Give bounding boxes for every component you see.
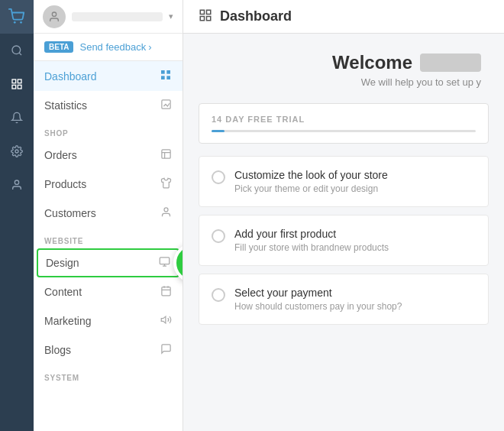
sidebar-item-statistics[interactable]: Statistics [34,91,183,120]
avatar [43,5,66,28]
products-label: Products [44,178,86,190]
trial-progress-fill [212,130,225,132]
checklist-item-payment[interactable]: Select your payment How should customers… [199,274,489,325]
main-content: Dashboard Welcome We will help you to se… [183,0,504,431]
svg-rect-10 [161,70,165,74]
svg-rect-6 [12,85,16,89]
svg-point-8 [15,180,18,184]
trial-progress-bar [212,130,476,132]
chevron-down-icon: ▾ [169,11,173,21]
design-wrapper: Design ✓ [34,248,183,277]
nav-bell-icon[interactable] [0,101,34,134]
sidebar-item-marketing[interactable]: Marketing [34,306,183,335]
svg-rect-12 [166,76,170,79]
orders-icon [160,148,172,162]
sidebar-header[interactable]: ▾ [34,0,183,34]
sidebar-item-content[interactable]: Content [34,277,183,306]
username-blur [420,53,481,72]
svg-rect-20 [207,10,211,14]
nav-person-icon[interactable] [0,168,34,202]
checklist-item-product[interactable]: Add your first product Fill your store w… [199,215,489,266]
main-header: Dashboard [183,0,504,34]
svg-point-9 [52,12,56,16]
checklist-item-customize[interactable]: Customize the look of your store Pick yo… [199,156,489,207]
icon-bar [0,0,34,431]
svg-rect-3 [12,79,16,83]
svg-point-2 [12,46,21,54]
trial-bar: 14 DAY FREE TRIAL [199,103,489,144]
svg-rect-13 [161,76,165,79]
checklist-text-1: Customize the look of your store Pick yo… [234,169,388,194]
cart-icon [8,8,25,25]
customers-label: Customers [44,207,96,219]
checklist-title-3: Select your payment [234,287,402,299]
trial-label: 14 DAY FREE TRIAL [212,115,476,124]
user-name-blur [72,12,163,21]
checklist-circle-2 [212,229,225,243]
checklist-circle-1 [212,170,225,184]
welcome-section: Welcome We will help you to set up y [199,52,489,88]
customers-icon [160,206,172,220]
content-icon [160,285,172,299]
app-logo[interactable] [0,0,34,34]
welcome-subtitle: We will help you to set up y [199,76,481,88]
sidebar-item-design[interactable]: Design [37,248,179,277]
section-label-shop: SHOP [34,120,183,141]
statistics-icon [160,99,172,112]
marketing-label: Marketing [44,315,91,327]
svg-rect-22 [200,16,204,20]
svg-rect-19 [200,10,204,14]
svg-rect-17 [160,258,170,264]
header-grid-icon [199,8,212,25]
design-icon [159,256,170,270]
svg-point-16 [164,208,168,212]
dashboard-icon [160,69,172,83]
beta-badge: BETA [44,41,73,53]
statistics-label: Statistics [44,99,87,112]
products-icon [160,177,172,191]
design-label: Design [46,257,79,269]
nav-search-icon[interactable] [0,34,34,67]
checklist-sub-1: Pick your theme or edit your design [234,183,388,194]
sidebar: ▾ BETA Send feedback › Dashboard Statist… [34,0,183,431]
orders-label: Orders [44,149,77,161]
svg-point-0 [14,21,16,24]
checklist-title-1: Customize the look of your store [234,169,388,181]
svg-point-7 [15,150,18,153]
blogs-icon [160,343,172,357]
checklist-sub-2: Fill your store with brandnew products [234,242,389,253]
sidebar-item-products[interactable]: Products [34,170,183,199]
svg-rect-5 [18,85,21,89]
nav-settings-icon[interactable] [0,134,34,168]
sidebar-item-customers[interactable]: Customers [34,199,183,228]
svg-rect-18 [162,287,170,296]
checklist-circle-3 [212,288,225,302]
section-label-system: SYSTEM [34,365,183,385]
svg-rect-11 [166,70,170,74]
svg-rect-15 [162,150,170,158]
blogs-label: Blogs [44,344,71,356]
nav-dashboard-icon[interactable] [0,67,34,101]
checklist-text-2: Add your first product Fill your store w… [234,228,389,253]
checklist-text-3: Select your payment How should customers… [234,287,402,312]
checklist-sub-3: How should customers pay in your shop? [234,301,402,312]
marketing-icon [160,314,172,328]
send-feedback-link[interactable]: Send feedback › [79,41,151,53]
dashboard-content: Welcome We will help you to set up y 14 … [183,34,504,431]
page-title: Dashboard [220,8,292,24]
svg-rect-21 [207,16,211,20]
svg-rect-4 [18,79,21,83]
sidebar-item-orders[interactable]: Orders [34,141,183,170]
section-label-website: WEBSITE [34,228,183,248]
dashboard-label: Dashboard [44,70,97,83]
sidebar-item-dashboard[interactable]: Dashboard [34,61,183,91]
welcome-title: Welcome [199,52,481,73]
checklist-title-2: Add your first product [234,228,389,240]
beta-bar: BETA Send feedback › [34,34,183,61]
content-label: Content [44,286,82,298]
svg-point-1 [20,21,22,24]
sidebar-item-blogs[interactable]: Blogs [34,335,183,365]
